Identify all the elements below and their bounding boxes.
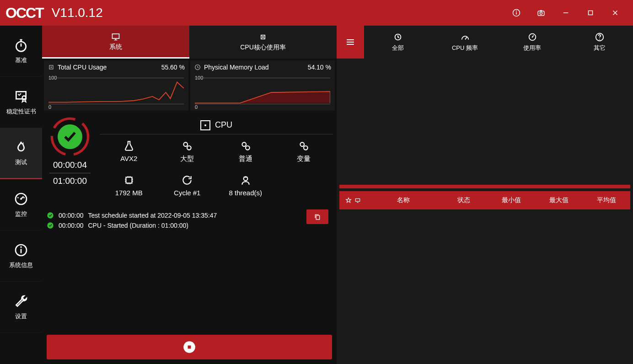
cpu-icon	[48, 64, 55, 71]
log-line: 00:00:00 Test schedule started at 2022-0…	[47, 210, 332, 220]
svg-rect-21	[51, 67, 52, 68]
svg-point-4	[540, 12, 542, 14]
sidebar-item-test[interactable]: 测试	[0, 128, 42, 179]
svg-point-30	[300, 142, 305, 146]
opt-mode[interactable]: 普通	[218, 140, 273, 163]
gear-icon	[240, 140, 252, 152]
sidebar: 基准 稳定性证书 测试 监控 系统信息 设置	[0, 26, 42, 364]
stat-cycle: Cycle #1	[160, 174, 215, 197]
svg-point-12	[17, 197, 19, 198]
opt-load[interactable]: 变量	[276, 140, 331, 163]
category-usage[interactable]: 使用率	[499, 26, 566, 59]
star-icon[interactable]	[345, 197, 352, 203]
stop-button[interactable]	[47, 335, 332, 359]
category-cpu-freq[interactable]: CPU 频率	[431, 26, 499, 59]
elapsed-time: 00:00:04	[53, 160, 87, 170]
svg-rect-34	[316, 215, 319, 219]
svg-rect-19	[262, 36, 263, 37]
log-line: 00:00:00 CPU - Started (Duration : 01:00…	[47, 220, 332, 230]
svg-point-28	[242, 142, 246, 146]
copy-log-button[interactable]	[306, 209, 328, 224]
svg-point-16	[20, 246, 21, 247]
flame-icon	[14, 140, 28, 155]
svg-rect-8	[16, 91, 26, 99]
svg-point-31	[304, 146, 308, 150]
chart-value: 54.10 %	[308, 64, 331, 71]
svg-rect-25	[204, 124, 206, 126]
svg-rect-32	[126, 177, 132, 183]
chart-label: Physical Memory Load	[204, 64, 269, 71]
check-icon	[47, 212, 54, 219]
sidebar-label: 测试	[15, 158, 27, 166]
stat-threads: 8 thread(s)	[218, 174, 273, 197]
maximize-button[interactable]	[578, 0, 603, 26]
tab-system[interactable]: 系统	[42, 26, 189, 59]
svg-rect-5	[563, 12, 569, 13]
minimize-button[interactable]	[553, 0, 578, 26]
svg-rect-6	[589, 11, 593, 15]
gauge-icon	[14, 192, 28, 206]
svg-rect-44	[355, 199, 359, 202]
monitor-table-header: 名称 状态 最小值 最大值 平均值	[339, 191, 630, 209]
question-icon	[595, 32, 605, 42]
svg-point-29	[246, 146, 250, 150]
certificate-icon	[14, 89, 28, 104]
gear-icon	[181, 140, 193, 152]
app-logo: OCCT	[5, 5, 43, 21]
chart-value: 55.60 %	[161, 64, 185, 71]
test-title: CPU	[215, 120, 232, 130]
category-all[interactable]: 全部	[364, 26, 431, 59]
y-min: 0	[48, 104, 51, 110]
check-icon	[47, 222, 54, 229]
svg-rect-15	[21, 249, 22, 253]
svg-point-26	[184, 142, 188, 146]
sidebar-item-benchmark[interactable]: 基准	[0, 26, 42, 77]
col-status[interactable]: 状态	[440, 196, 488, 204]
wrench-icon	[14, 294, 28, 309]
gear-icon	[298, 140, 310, 152]
status-indicator	[49, 116, 91, 157]
info-button[interactable]	[504, 0, 529, 26]
y-min: 0	[195, 104, 198, 110]
category-menu-button[interactable]	[337, 26, 364, 59]
total-duration: 01:00:00	[53, 176, 87, 186]
col-avg[interactable]: 平均值	[583, 196, 630, 204]
svg-point-13	[23, 197, 25, 198]
sidebar-item-stability[interactable]: 稳定性证书	[0, 77, 42, 128]
category-other[interactable]: 其它	[566, 26, 633, 59]
chip-icon	[123, 174, 135, 186]
sidebar-label: 监控	[15, 210, 27, 218]
close-button[interactable]	[603, 0, 628, 26]
svg-rect-38	[188, 346, 191, 349]
opt-instruction-set[interactable]: AVX2	[102, 140, 156, 163]
splitter[interactable]	[339, 185, 630, 188]
monitor-icon[interactable]	[354, 197, 361, 203]
col-name[interactable]: 名称	[367, 196, 440, 204]
col-min[interactable]: 最小值	[488, 196, 535, 204]
worker-icon	[240, 174, 252, 186]
sidebar-item-settings[interactable]: 设置	[0, 282, 42, 333]
opt-dataset[interactable]: 大型	[160, 140, 215, 163]
svg-point-43	[599, 39, 600, 40]
sidebar-label: 稳定性证书	[6, 107, 36, 116]
monitor-table-body	[337, 212, 633, 364]
sidebar-item-monitor[interactable]: 监控	[0, 179, 42, 230]
left-panel: 系统 CPU核心使用率 Total CPU Usage 55.60 % 100 …	[42, 26, 337, 364]
refresh-icon	[181, 174, 193, 186]
wrench-gear-icon	[393, 32, 403, 42]
col-max[interactable]: 最大值	[535, 196, 583, 204]
monitor-graph-area	[337, 59, 633, 185]
tab-label: CPU核心使用率	[240, 43, 286, 52]
tab-label: 系统	[109, 43, 122, 51]
tab-cores[interactable]: CPU核心使用率	[189, 26, 337, 59]
speed-icon	[460, 32, 470, 42]
svg-point-27	[187, 146, 191, 150]
screenshot-button[interactable]	[529, 0, 553, 26]
log-area: 00:00:00 Test schedule started at 2022-0…	[42, 206, 337, 330]
chart-cpu-usage: Total CPU Usage 55.60 % 100 0	[44, 60, 188, 111]
cpu-icon	[200, 120, 210, 130]
flask-icon	[123, 140, 135, 152]
sidebar-item-sysinfo[interactable]: 系统信息	[0, 230, 42, 282]
stop-icon	[183, 341, 196, 353]
sidebar-label: 设置	[15, 312, 27, 321]
